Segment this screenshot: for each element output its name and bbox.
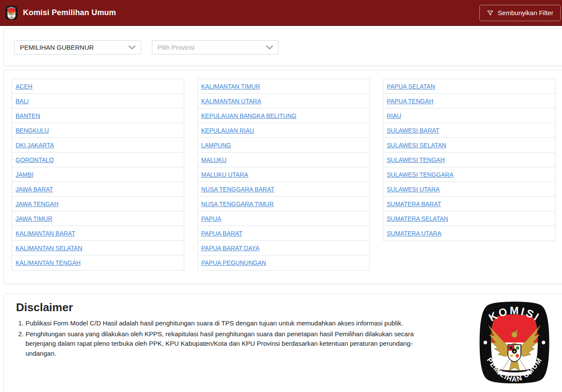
filter-panel: PEMILIHAN GUBERNUR Pilih Provinsi [3, 29, 562, 66]
table-row: MALUKU [198, 153, 369, 167]
province-link[interactable]: BALI [16, 98, 29, 105]
province-table: ACEHBALIBANTENBENGKULUDKI JAKARTAGORONTA… [12, 79, 184, 271]
table-row: SULAWESI BARAT [383, 123, 555, 138]
province-link[interactable]: JAWA BARAT [16, 186, 53, 193]
table-row: PAPUA PEGUNUNGAN [198, 255, 369, 270]
province-link[interactable]: LAMPUNG [201, 142, 231, 149]
table-row: NUSA TENGGARA TIMUR [198, 197, 369, 211]
provinces-panel: ACEHBALIBANTENBENGKULUDKI JAKARTAGORONTA… [3, 70, 562, 284]
table-row: BALI [12, 94, 184, 108]
table-row: JAWA TENGAH [12, 197, 184, 211]
province-link[interactable]: PAPUA [201, 215, 221, 222]
province-link[interactable]: SULAWESI TENGGARA [387, 171, 453, 178]
table-row: PAPUA [198, 211, 369, 226]
table-row: JAWA TIMUR [12, 211, 184, 226]
province-table: PAPUA SELATANPAPUA TENGAHRIAUSULAWESI BA… [383, 79, 556, 241]
province-link[interactable]: RIAU [387, 112, 401, 119]
table-row: KALIMANTAN SELATAN [12, 241, 184, 255]
filter-icon [487, 10, 494, 16]
province-select[interactable]: Pilih Provinsi [152, 40, 279, 54]
app-title: Komisi Pemilihan Umum [23, 8, 116, 17]
province-table: KALIMANTAN TIMURKALIMANTAN UTARAKEPULAUA… [197, 79, 370, 271]
province-link[interactable]: JAWA TIMUR [16, 215, 52, 222]
province-link[interactable]: JAMBI [16, 171, 33, 178]
province-link[interactable]: SULAWESI TENGAH [387, 156, 445, 163]
province-link[interactable]: NUSA TENGGARA TIMUR [201, 201, 274, 207]
table-row: KALIMANTAN UTARA [198, 94, 369, 108]
table-row: BENGKULU [12, 123, 184, 138]
table-row: GORONTALO [12, 153, 184, 167]
province-link[interactable]: KALIMANTAN SELATAN [16, 245, 82, 252]
province-link[interactable]: KALIMANTAN TENGAH [16, 259, 80, 266]
table-row: BANTEN [12, 108, 184, 123]
disclaimer-item: Penghitungan suara yang dilakukan oleh K… [26, 329, 434, 359]
table-row: DKI JAKARTA [12, 138, 184, 153]
hide-filter-button[interactable]: Sembunyikan Filter [479, 5, 561, 21]
province-link[interactable]: MALUKU [201, 156, 226, 163]
disclaimer-item: Publikasi Form Model C/D Hasil adalah ha… [26, 319, 434, 328]
province-link[interactable]: KALIMANTAN UTARA [201, 98, 261, 105]
app-header: Komisi Pemilihan Umum Sembunyikan Filter [0, 0, 562, 26]
province-link[interactable]: PAPUA BARAT [201, 230, 242, 237]
province-link[interactable]: SULAWESI UTARA [387, 186, 440, 193]
table-row: SULAWESI SELATAN [383, 138, 555, 153]
disclaimer-title: Disclaimer [16, 301, 551, 314]
province-link[interactable]: NUSA TENGGARA BARAT [201, 186, 274, 193]
table-row: SULAWESI TENGAH [383, 153, 555, 167]
table-row: PAPUA TENGAH [383, 94, 555, 108]
chevron-down-icon [128, 45, 135, 50]
table-row: JAWA BARAT [12, 182, 184, 197]
province-link[interactable]: MALUKU UTARA [201, 171, 248, 178]
table-row: KALIMANTAN BARAT [12, 226, 184, 241]
election-type-select[interactable]: PEMILIHAN GUBERNUR [14, 40, 141, 54]
province-link[interactable]: BANTEN [16, 112, 40, 119]
province-link[interactable]: DKI JAKARTA [16, 142, 54, 149]
province-link[interactable]: KALIMANTAN BARAT [16, 230, 75, 237]
table-row: NUSA TENGGARA BARAT [198, 182, 369, 197]
table-row: ACEH [12, 79, 184, 94]
kpu-logo-large [479, 301, 550, 384]
province-link[interactable]: SUMATERA BARAT [387, 201, 441, 207]
table-row: KEPULAUAN BANGKA BELITUNG [198, 108, 369, 123]
province-link[interactable]: JAWA TENGAH [16, 201, 58, 207]
province-link[interactable]: GORONTALO [16, 156, 54, 163]
province-link[interactable]: PAPUA TENGAH [387, 98, 434, 105]
table-row: SUMATERA SELATAN [383, 211, 555, 226]
table-row: PAPUA SELATAN [383, 79, 555, 94]
table-row: KALIMANTAN TIMUR [198, 79, 369, 94]
province-link[interactable]: ACEH [16, 83, 32, 90]
table-row: JAMBI [12, 167, 184, 182]
table-row: SULAWESI TENGGARA [383, 167, 555, 182]
province-select-placeholder: Pilih Provinsi [157, 44, 195, 51]
disclaimer-panel: Disclaimer Publikasi Form Model C/D Hasi… [3, 293, 562, 392]
province-link[interactable]: SULAWESI BARAT [387, 127, 439, 134]
election-type-value: PEMILIHAN GUBERNUR [20, 44, 94, 51]
table-row: KALIMANTAN TENGAH [12, 255, 184, 270]
table-row: LAMPUNG [198, 138, 369, 153]
table-row: PAPUA BARAT DAYA [198, 241, 369, 255]
province-link[interactable]: PAPUA SELATAN [387, 83, 435, 90]
province-link[interactable]: KEPULAUAN RIAU [201, 127, 254, 134]
table-row: SUMATERA BARAT [383, 197, 555, 211]
table-row: RIAU [383, 108, 555, 123]
disclaimer-list: Publikasi Form Model C/D Hasil adalah ha… [16, 319, 551, 358]
table-row: KEPULAUAN RIAU [198, 123, 369, 138]
table-row: PAPUA BARAT [198, 226, 369, 241]
chevron-down-icon [266, 45, 273, 50]
province-link[interactable]: BENGKULU [16, 127, 49, 134]
province-link[interactable]: SULAWESI SELATAN [387, 142, 446, 149]
province-link[interactable]: PAPUA BARAT DAYA [201, 245, 260, 252]
table-row: SULAWESI UTARA [383, 182, 555, 197]
table-row: SUMATERA UTARA [383, 226, 555, 241]
kpu-logo-icon [5, 6, 18, 20]
province-link[interactable]: PAPUA PEGUNUNGAN [201, 259, 266, 266]
table-row: MALUKU UTARA [198, 167, 369, 182]
province-link[interactable]: KEPULAUAN BANGKA BELITUNG [201, 112, 296, 119]
province-link[interactable]: SUMATERA UTARA [387, 230, 441, 237]
province-link[interactable]: SUMATERA SELATAN [387, 215, 448, 222]
province-link[interactable]: KALIMANTAN TIMUR [201, 83, 260, 90]
hide-filter-button-label: Sembunyikan Filter [498, 9, 553, 17]
